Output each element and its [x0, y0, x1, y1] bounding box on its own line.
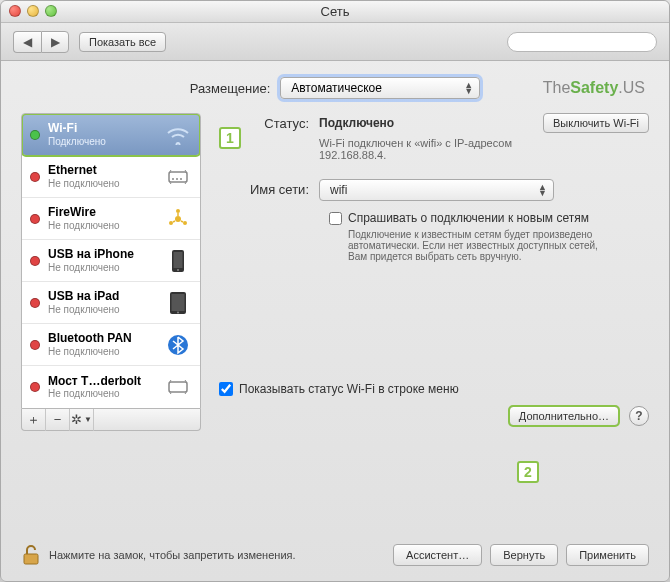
status-dot-icon: [30, 340, 40, 350]
service-name: USB на iPad: [48, 289, 156, 303]
location-value: Автоматическое: [291, 81, 382, 95]
service-name: Wi-Fi: [48, 121, 156, 135]
chevron-down-icon: ▼: [84, 415, 92, 424]
service-status: Не подключено: [48, 304, 156, 316]
add-service-button[interactable]: ＋: [22, 409, 46, 431]
service-item-iphone[interactable]: USB на iPhoneНе подключено: [22, 240, 200, 282]
ask-to-join-checkbox[interactable]: [329, 212, 342, 225]
ask-to-join-label: Спрашивать о подключении к новым сетям: [348, 211, 598, 225]
svg-point-12: [177, 311, 179, 313]
service-status: Не подключено: [48, 262, 156, 274]
gear-icon: ✲: [71, 412, 82, 427]
show-menubar-checkbox[interactable]: [219, 382, 233, 396]
firewire-icon: [164, 205, 192, 233]
chevron-updown-icon: ▲▼: [464, 82, 473, 94]
toolbar: ◀ ▶ Показать все: [1, 23, 669, 61]
unlocked-padlock-icon: [22, 544, 40, 566]
network-name-value: wifi: [330, 183, 347, 197]
show-all-button[interactable]: Показать все: [79, 32, 166, 52]
service-name: Мост T…derbolt: [48, 374, 156, 388]
nav-back-button[interactable]: ◀: [13, 31, 41, 53]
search-field[interactable]: [507, 32, 657, 52]
callout-two: 2: [517, 461, 539, 483]
status-value: Подключено: [319, 116, 394, 130]
status-description: Wi-Fi подключен к «wifi» с IP-адресом 19…: [319, 137, 529, 161]
status-dot-icon: [30, 130, 40, 140]
service-status: Подключено: [48, 136, 156, 148]
ask-to-join-description: Подключение к известным сетям будет прои…: [348, 229, 598, 262]
service-item-ethernet[interactable]: EthernetНе подключено: [22, 156, 200, 198]
service-name: FireWire: [48, 205, 156, 219]
chevron-right-icon: ▶: [51, 35, 60, 49]
svg-point-5: [169, 221, 173, 225]
ipad-icon: [164, 289, 192, 317]
callout-one: 1: [219, 127, 241, 149]
service-item-ipad[interactable]: USB на iPadНе подключено: [22, 282, 200, 324]
chevron-left-icon: ◀: [23, 35, 32, 49]
remove-service-button[interactable]: −: [46, 409, 70, 431]
window-title: Сеть: [321, 4, 350, 19]
service-status: Не подключено: [48, 346, 156, 358]
iphone-icon: [164, 247, 192, 275]
service-status: Не подключено: [48, 178, 156, 190]
status-dot-icon: [30, 382, 40, 392]
service-name: Ethernet: [48, 163, 156, 177]
search-input[interactable]: [520, 36, 658, 48]
svg-rect-8: [174, 252, 183, 268]
svg-point-9: [177, 269, 179, 271]
service-settings-button[interactable]: ✲▼: [70, 409, 94, 431]
network-name-label: Имя сети:: [219, 179, 319, 201]
lock-text: Нажмите на замок, чтобы запретить измене…: [49, 549, 385, 561]
svg-rect-15: [24, 554, 38, 564]
location-select[interactable]: Автоматическое ▲▼: [280, 77, 480, 99]
svg-point-4: [176, 209, 180, 213]
service-status: Не подключено: [48, 388, 156, 400]
minimize-window-button[interactable]: [27, 5, 39, 17]
assistant-button[interactable]: Ассистент…: [393, 544, 482, 566]
service-item-thunderbolt[interactable]: Мост T…derboltНе подключено: [22, 366, 200, 408]
close-window-button[interactable]: [9, 5, 21, 17]
status-dot-icon: [30, 172, 40, 182]
toggle-wifi-button[interactable]: Выключить Wi-Fi: [543, 113, 649, 133]
help-button[interactable]: ?: [629, 406, 649, 426]
advanced-button[interactable]: Дополнительно…: [509, 406, 619, 426]
service-item-firewire[interactable]: FireWireНе подключено: [22, 198, 200, 240]
sidebar-tools: ＋ − ✲▼: [21, 409, 201, 431]
status-dot-icon: [30, 298, 40, 308]
lock-button[interactable]: [21, 543, 41, 567]
service-item-bluetooth[interactable]: Bluetooth PANНе подключено: [22, 324, 200, 366]
svg-point-3: [175, 216, 181, 222]
revert-button[interactable]: Вернуть: [490, 544, 558, 566]
chevron-updown-icon: ▲▼: [538, 184, 547, 196]
apply-button[interactable]: Применить: [566, 544, 649, 566]
svg-point-6: [183, 221, 187, 225]
show-menubar-label: Показывать статус Wi-Fi в строке меню: [239, 382, 459, 396]
service-status: Не подключено: [48, 220, 156, 232]
svg-rect-14: [169, 382, 187, 392]
service-list: Wi-Fi Подключено EthernetНе подключено: [21, 113, 201, 409]
svg-rect-11: [172, 294, 185, 311]
ethernet-icon: [164, 163, 192, 191]
status-dot-icon: [30, 256, 40, 266]
nav-forward-button[interactable]: ▶: [41, 31, 69, 53]
service-name: Bluetooth PAN: [48, 331, 156, 345]
bluetooth-icon: [164, 331, 192, 359]
titlebar: Сеть: [1, 1, 669, 23]
svg-rect-2: [169, 172, 187, 182]
thunderbolt-icon: [164, 373, 192, 401]
zoom-window-button[interactable]: [45, 5, 57, 17]
location-label: Размещение:: [190, 81, 271, 96]
watermark: TheSafety.US: [543, 79, 645, 97]
wifi-icon: [164, 121, 192, 149]
service-item-wifi[interactable]: Wi-Fi Подключено: [22, 114, 200, 156]
status-dot-icon: [30, 214, 40, 224]
service-name: USB на iPhone: [48, 247, 156, 261]
network-name-select[interactable]: wifi ▲▼: [319, 179, 554, 201]
